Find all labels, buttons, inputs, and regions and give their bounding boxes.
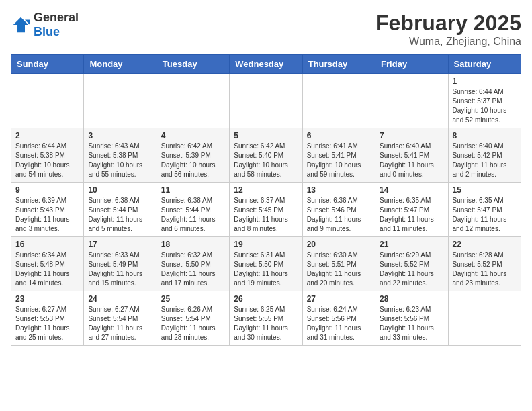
logo-general-text: General: [34, 11, 79, 24]
day-number: 12: [234, 185, 298, 195]
calendar-cell: 7Sunrise: 6:40 AM Sunset: 5:41 PM Daylig…: [375, 128, 448, 183]
calendar-cell: 20Sunrise: 6:30 AM Sunset: 5:51 PM Dayli…: [302, 237, 375, 291]
day-info: Sunrise: 6:44 AM Sunset: 5:38 PM Dayligh…: [15, 142, 79, 179]
calendar-cell: 26Sunrise: 6:25 AM Sunset: 5:55 PM Dayli…: [230, 291, 302, 346]
calendar-cell: [448, 291, 521, 346]
calendar-cell: 28Sunrise: 6:23 AM Sunset: 5:56 PM Dayli…: [375, 291, 448, 346]
calendar-cell: [230, 74, 302, 128]
week-row-1: 1Sunrise: 6:44 AM Sunset: 5:37 PM Daylig…: [11, 74, 521, 128]
day-number: 4: [161, 131, 225, 140]
calendar-cell: [11, 74, 84, 128]
day-number: 15: [453, 185, 517, 195]
day-info: Sunrise: 6:44 AM Sunset: 5:37 PM Dayligh…: [453, 87, 517, 125]
day-info: Sunrise: 6:42 AM Sunset: 5:40 PM Dayligh…: [234, 142, 298, 179]
logo-blue-text: Blue: [34, 25, 60, 38]
calendar-table: SundayMondayTuesdayWednesdayThursdayFrid…: [11, 54, 521, 346]
day-info: Sunrise: 6:31 AM Sunset: 5:50 PM Dayligh…: [234, 250, 298, 288]
day-number: 27: [307, 294, 371, 304]
week-row-4: 16Sunrise: 6:34 AM Sunset: 5:48 PM Dayli…: [11, 237, 521, 291]
day-number: 28: [380, 294, 443, 304]
week-row-5: 23Sunrise: 6:27 AM Sunset: 5:53 PM Dayli…: [11, 291, 521, 346]
weekday-header-tuesday: Tuesday: [157, 55, 229, 74]
day-info: Sunrise: 6:27 AM Sunset: 5:53 PM Dayligh…: [15, 305, 79, 342]
day-info: Sunrise: 6:24 AM Sunset: 5:56 PM Dayligh…: [307, 305, 371, 342]
calendar-cell: 18Sunrise: 6:32 AM Sunset: 5:50 PM Dayli…: [157, 237, 229, 291]
weekday-header-sunday: Sunday: [11, 55, 84, 74]
calendar-cell: 21Sunrise: 6:29 AM Sunset: 5:52 PM Dayli…: [375, 237, 448, 291]
calendar-cell: 3Sunrise: 6:43 AM Sunset: 5:38 PM Daylig…: [84, 128, 157, 183]
day-number: 14: [380, 185, 443, 195]
day-info: Sunrise: 6:35 AM Sunset: 5:47 PM Dayligh…: [380, 196, 443, 234]
day-number: 25: [161, 294, 225, 304]
logo: General Blue: [11, 11, 79, 39]
weekday-header-row: SundayMondayTuesdayWednesdayThursdayFrid…: [11, 55, 521, 74]
calendar-cell: 15Sunrise: 6:35 AM Sunset: 5:47 PM Dayli…: [448, 183, 521, 237]
logo-icon: [11, 15, 31, 35]
day-info: Sunrise: 6:32 AM Sunset: 5:50 PM Dayligh…: [161, 250, 225, 288]
calendar-cell: 24Sunrise: 6:27 AM Sunset: 5:54 PM Dayli…: [84, 291, 157, 346]
calendar-cell: 16Sunrise: 6:34 AM Sunset: 5:48 PM Dayli…: [11, 237, 84, 291]
calendar-cell: 11Sunrise: 6:38 AM Sunset: 5:44 PM Dayli…: [157, 183, 229, 237]
calendar-cell: 14Sunrise: 6:35 AM Sunset: 5:47 PM Dayli…: [375, 183, 448, 237]
weekday-header-wednesday: Wednesday: [230, 55, 302, 74]
calendar-subtitle: Wuma, Zhejiang, China: [375, 36, 521, 48]
day-number: 23: [15, 294, 79, 304]
day-info: Sunrise: 6:23 AM Sunset: 5:56 PM Dayligh…: [380, 305, 443, 342]
calendar-cell: 17Sunrise: 6:33 AM Sunset: 5:49 PM Dayli…: [84, 237, 157, 291]
day-number: 26: [234, 294, 298, 304]
day-info: Sunrise: 6:30 AM Sunset: 5:51 PM Dayligh…: [307, 250, 371, 288]
day-number: 21: [380, 240, 443, 249]
day-number: 5: [234, 131, 298, 140]
day-number: 18: [161, 240, 225, 249]
title-area: February 2025 Wuma, Zhejiang, China: [375, 11, 521, 48]
day-info: Sunrise: 6:36 AM Sunset: 5:46 PM Dayligh…: [307, 196, 371, 234]
calendar-cell: [157, 74, 229, 128]
day-number: 24: [88, 294, 152, 304]
weekday-header-monday: Monday: [84, 55, 157, 74]
day-number: 6: [307, 131, 371, 140]
day-info: Sunrise: 6:35 AM Sunset: 5:47 PM Dayligh…: [453, 196, 517, 234]
day-number: 17: [88, 240, 152, 249]
calendar-cell: 2Sunrise: 6:44 AM Sunset: 5:38 PM Daylig…: [11, 128, 84, 183]
calendar-cell: 27Sunrise: 6:24 AM Sunset: 5:56 PM Dayli…: [302, 291, 375, 346]
calendar-cell: 25Sunrise: 6:26 AM Sunset: 5:54 PM Dayli…: [157, 291, 229, 346]
day-info: Sunrise: 6:28 AM Sunset: 5:52 PM Dayligh…: [453, 250, 517, 288]
day-number: 19: [234, 240, 298, 249]
calendar-cell: 19Sunrise: 6:31 AM Sunset: 5:50 PM Dayli…: [230, 237, 302, 291]
calendar-cell: 4Sunrise: 6:42 AM Sunset: 5:39 PM Daylig…: [157, 128, 229, 183]
day-number: 9: [15, 185, 79, 195]
day-number: 20: [307, 240, 371, 249]
calendar-cell: 6Sunrise: 6:41 AM Sunset: 5:41 PM Daylig…: [302, 128, 375, 183]
day-info: Sunrise: 6:41 AM Sunset: 5:41 PM Dayligh…: [307, 142, 371, 179]
day-info: Sunrise: 6:38 AM Sunset: 5:44 PM Dayligh…: [161, 196, 225, 234]
day-number: 16: [15, 240, 79, 249]
day-number: 7: [380, 131, 443, 140]
day-info: Sunrise: 6:34 AM Sunset: 5:48 PM Dayligh…: [15, 250, 79, 288]
calendar-cell: [302, 74, 375, 128]
day-info: Sunrise: 6:39 AM Sunset: 5:43 PM Dayligh…: [15, 196, 79, 234]
day-number: 13: [307, 185, 371, 195]
day-number: 22: [453, 240, 517, 249]
calendar-cell: 10Sunrise: 6:38 AM Sunset: 5:44 PM Dayli…: [84, 183, 157, 237]
calendar-cell: 8Sunrise: 6:40 AM Sunset: 5:42 PM Daylig…: [448, 128, 521, 183]
day-info: Sunrise: 6:43 AM Sunset: 5:38 PM Dayligh…: [88, 142, 152, 179]
day-info: Sunrise: 6:33 AM Sunset: 5:49 PM Dayligh…: [88, 250, 152, 288]
calendar-cell: [375, 74, 448, 128]
calendar-cell: 13Sunrise: 6:36 AM Sunset: 5:46 PM Dayli…: [302, 183, 375, 237]
day-info: Sunrise: 6:37 AM Sunset: 5:45 PM Dayligh…: [234, 196, 298, 234]
calendar-cell: [84, 74, 157, 128]
day-number: 2: [15, 131, 79, 140]
day-info: Sunrise: 6:26 AM Sunset: 5:54 PM Dayligh…: [161, 305, 225, 342]
day-number: 8: [453, 131, 517, 140]
calendar-cell: 1Sunrise: 6:44 AM Sunset: 5:37 PM Daylig…: [448, 74, 521, 128]
day-info: Sunrise: 6:29 AM Sunset: 5:52 PM Dayligh…: [380, 250, 443, 288]
day-number: 3: [88, 131, 152, 140]
svg-marker-0: [13, 17, 29, 33]
calendar-cell: 22Sunrise: 6:28 AM Sunset: 5:52 PM Dayli…: [448, 237, 521, 291]
day-number: 1: [453, 77, 517, 86]
calendar-cell: 9Sunrise: 6:39 AM Sunset: 5:43 PM Daylig…: [11, 183, 84, 237]
calendar-cell: 12Sunrise: 6:37 AM Sunset: 5:45 PM Dayli…: [230, 183, 302, 237]
calendar-cell: 23Sunrise: 6:27 AM Sunset: 5:53 PM Dayli…: [11, 291, 84, 346]
weekday-header-thursday: Thursday: [302, 55, 375, 74]
day-info: Sunrise: 6:40 AM Sunset: 5:42 PM Dayligh…: [453, 142, 517, 179]
